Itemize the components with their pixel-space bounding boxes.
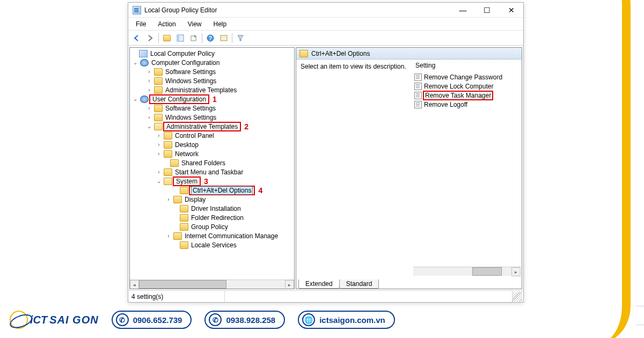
titlebar[interactable]: Local Group Policy Editor — ☐ ✕ (128, 3, 523, 18)
menu-help[interactable]: Help (208, 19, 232, 29)
expand-icon[interactable]: › (146, 69, 152, 75)
policy-icon (414, 101, 422, 108)
details-header: Ctrl+Alt+Del Options (296, 48, 522, 60)
expand-icon[interactable]: ⌄ (132, 60, 138, 65)
phone-icon: ✆ (116, 313, 129, 326)
tree-cc-windows[interactable]: ›Windows Settings (130, 76, 294, 85)
tab-extended[interactable]: Extended (298, 280, 340, 289)
properties-button[interactable] (217, 32, 230, 44)
show-hide-tree-button[interactable] (174, 32, 187, 44)
close-button[interactable]: ✕ (499, 3, 523, 18)
settings-scrollbar-h[interactable]: ▸ (413, 267, 521, 276)
tree-driver-install[interactable]: Driver Installation (130, 204, 294, 213)
tree-ctrl-alt-del[interactable]: Ctrl+Alt+Del Options4 (130, 186, 294, 195)
tree-network[interactable]: ›Network (130, 149, 294, 158)
view-tabs: Extended Standard (296, 277, 522, 289)
gpedit-window: Local Group Policy Editor — ☐ ✕ File Act… (128, 2, 524, 303)
menu-view[interactable]: View (182, 19, 207, 29)
export-button[interactable] (187, 32, 200, 44)
tree-computer-config[interactable]: ⌄Computer Configuration (130, 58, 294, 67)
tree-internet-comm[interactable]: ›Internet Communication Manage (130, 231, 294, 240)
policy-icon (414, 83, 422, 90)
tree-uc-software[interactable]: ›Software Settings (130, 104, 294, 113)
menubar: File Action View Help (128, 18, 523, 31)
tree-uc-admin[interactable]: ⌄Administrative Templates2 (130, 122, 294, 131)
setting-remove-logoff[interactable]: Remove Logoff (413, 100, 521, 109)
tree-user-config[interactable]: ⌄User Configuration1 (130, 94, 294, 104)
annotation-2: 2 (244, 122, 248, 131)
expand-icon[interactable]: › (156, 133, 162, 138)
tab-standard[interactable]: Standard (339, 280, 379, 289)
tree-start-menu[interactable]: ›Start Menu and Taskbar (130, 167, 294, 177)
scroll-thumb[interactable] (472, 267, 502, 276)
menu-file[interactable]: File (130, 19, 151, 29)
tree-desktop[interactable]: ›Desktop (130, 140, 294, 149)
page-decoration (526, 0, 644, 338)
tree-scrollbar-h[interactable]: ◂ ▸ (130, 280, 294, 289)
setting-remove-change-password[interactable]: Remove Change Password (413, 72, 521, 82)
back-button[interactable] (130, 32, 143, 44)
setting-remove-lock-computer[interactable]: Remove Lock Computer (413, 82, 521, 91)
page-footer: iCT SAI GON ✆0906.652.739 ✆0938.928.258 … (0, 307, 644, 333)
tree-shared-folders[interactable]: Shared Folders (130, 158, 294, 167)
annotation-3: 3 (204, 177, 208, 186)
tree-cc-admin[interactable]: ›Administrative Templates (130, 85, 294, 94)
brand-logo: iCT SAI GON (10, 311, 99, 329)
expand-icon[interactable]: › (165, 196, 172, 202)
scroll-thumb[interactable] (139, 280, 226, 289)
tree-uc-windows[interactable]: ›Windows Settings (130, 113, 294, 122)
expand-icon[interactable]: ⌄ (146, 123, 152, 129)
details-title: Ctrl+Alt+Del Options (311, 50, 370, 57)
tree-root[interactable]: Local Computer Policy (130, 49, 294, 58)
svg-rect-1 (177, 35, 179, 41)
svg-rect-5 (221, 35, 227, 41)
globe-icon: 🌐 (302, 313, 315, 326)
tree-cc-software[interactable]: ›Software Settings (130, 67, 294, 76)
status-count: 4 setting(s) (128, 291, 225, 302)
help-button[interactable]: ? (204, 32, 217, 44)
window-title: Local Group Policy Editor (144, 6, 451, 14)
tree-control-panel[interactable]: ›Control Panel (130, 131, 294, 140)
policy-icon (414, 92, 422, 99)
phone-1[interactable]: ✆0906.652.739 (112, 311, 192, 329)
tree-folder-redirection[interactable]: Folder Redirection (130, 213, 294, 222)
details-pane: Ctrl+Alt+Del Options Select an item to v… (296, 47, 522, 289)
tree-system[interactable]: ⌄System3 (130, 177, 294, 186)
settings-column-header[interactable]: Setting (413, 61, 521, 72)
statusbar: 4 setting(s) (128, 290, 523, 302)
tree-display[interactable]: ›Display (130, 195, 294, 204)
policy-icon (414, 74, 422, 81)
resize-grip-icon[interactable] (513, 292, 522, 302)
expand-icon[interactable]: ⌄ (132, 96, 138, 102)
toolbar: ? (128, 31, 523, 46)
scroll-right-icon[interactable]: ▸ (285, 280, 294, 289)
expand-icon[interactable]: › (156, 151, 162, 157)
folder-icon (299, 50, 308, 57)
expand-icon[interactable]: › (156, 142, 162, 148)
svg-text:?: ? (209, 35, 212, 41)
tree-group-policy[interactable]: Group Policy (130, 222, 294, 231)
scroll-right-icon[interactable]: ▸ (511, 267, 521, 276)
app-icon (133, 6, 141, 14)
forward-button[interactable] (144, 32, 157, 44)
maximize-button[interactable]: ☐ (475, 3, 499, 18)
menu-action[interactable]: Action (152, 19, 181, 29)
expand-icon[interactable]: › (146, 105, 152, 111)
tree-locale[interactable]: Locale Services (130, 240, 294, 249)
annotation-1: 1 (213, 95, 217, 104)
minimize-button[interactable]: — (451, 3, 475, 18)
phone-2[interactable]: ✆0938.928.258 (204, 311, 285, 329)
scroll-left-icon[interactable]: ◂ (130, 280, 139, 289)
setting-remove-task-manager[interactable]: Remove Task Manager (413, 91, 521, 100)
expand-icon[interactable]: › (156, 169, 162, 175)
up-folder-button[interactable] (160, 32, 173, 44)
expand-icon[interactable]: › (146, 114, 152, 120)
expand-icon[interactable]: › (165, 233, 172, 239)
phone-icon: ✆ (209, 313, 222, 326)
expand-icon[interactable]: ⌄ (156, 178, 162, 184)
expand-icon[interactable]: › (146, 78, 152, 84)
filter-button[interactable] (234, 32, 247, 44)
tree-pane: Local Computer Policy ⌄Computer Configur… (129, 47, 295, 289)
expand-icon[interactable]: › (146, 87, 152, 93)
website-link[interactable]: 🌐ictsaigon.com.vn (298, 311, 395, 329)
